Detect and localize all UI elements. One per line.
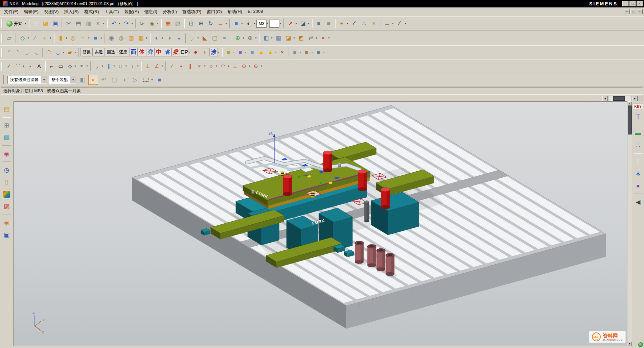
measure-angle-button[interactable]: ∠ bbox=[395, 19, 405, 28]
measure-distance-button-dropdown[interactable] bbox=[391, 19, 395, 28]
layer-settings-button[interactable]: ≡ bbox=[324, 19, 334, 28]
split-body-button[interactable]: ◩ bbox=[296, 33, 306, 43]
arc-button-dropdown[interactable] bbox=[22, 61, 25, 71]
body-display-button[interactable]: 体 bbox=[138, 48, 146, 56]
polygon-button-dropdown[interactable] bbox=[73, 61, 77, 71]
through-curves-button[interactable]: ◝ bbox=[14, 48, 23, 57]
snap-mid-button[interactable]: ∴ bbox=[359, 19, 369, 28]
bounded-plane-button-dropdown[interactable] bbox=[73, 47, 77, 57]
thread-button[interactable]: ≈ bbox=[220, 33, 229, 43]
undo-button-dropdown[interactable] bbox=[118, 19, 121, 28]
materials-icon[interactable]: ▨ bbox=[2, 201, 12, 212]
measure-distance-button[interactable]: ↔ bbox=[382, 19, 392, 28]
shaded-view-button[interactable]: ■ bbox=[231, 19, 241, 28]
h-scroll-track[interactable] bbox=[608, 96, 632, 101]
red-sphere-button[interactable]: ● bbox=[191, 48, 200, 57]
chevron-down-icon[interactable] bbox=[70, 76, 76, 83]
zoom-button[interactable]: ⊕ bbox=[196, 19, 206, 28]
sweep-button-dropdown[interactable] bbox=[87, 33, 91, 43]
part-navigator-icon[interactable]: ▤ bbox=[2, 132, 12, 143]
sketch-circle2-button[interactable]: ⊙ bbox=[239, 61, 249, 71]
pattern-curve-button-dropdown[interactable] bbox=[124, 61, 128, 71]
bounded-plane-button[interactable]: ▰ bbox=[65, 48, 74, 57]
document-minimize-button[interactable]: ─ bbox=[624, 9, 630, 14]
snap-point-button-dropdown[interactable] bbox=[346, 19, 349, 28]
nx-app-icon[interactable] bbox=[3, 1, 8, 6]
menu-item-7[interactable]: 装配(A) bbox=[121, 8, 141, 16]
warning-1-button[interactable]: ▲ bbox=[257, 48, 266, 57]
v-scroll-up-button[interactable] bbox=[628, 101, 632, 106]
deselect-all-button[interactable]: ↶ bbox=[99, 75, 109, 85]
filter-cube-button[interactable]: ◧ bbox=[78, 75, 88, 85]
selection-info-button[interactable]: ▻ bbox=[137, 19, 147, 28]
delete-button-dropdown[interactable] bbox=[102, 19, 106, 28]
datum-plane-button-dropdown[interactable] bbox=[26, 33, 30, 43]
pan-button-dropdown[interactable] bbox=[224, 19, 228, 28]
point-set-button[interactable]: ⊕ bbox=[245, 33, 255, 43]
sweep-button[interactable]: ~ bbox=[78, 33, 88, 43]
boss-button[interactable]: ◍ bbox=[116, 33, 126, 43]
replace-button[interactable]: 替换 bbox=[80, 48, 93, 56]
unite-button[interactable]: ◐ bbox=[152, 33, 162, 43]
offset-scale-button[interactable]: ⇄ bbox=[306, 33, 316, 43]
sketch-circle3-button[interactable]: ⊙ bbox=[251, 61, 260, 71]
ruled-surface-button[interactable]: ◜ bbox=[4, 48, 14, 57]
profile-button[interactable]: ⌐ bbox=[47, 61, 56, 71]
mirror-feature-button-dropdown[interactable] bbox=[270, 33, 274, 43]
mirror-feature-button[interactable]: ◧ bbox=[261, 33, 271, 43]
project-curve-button[interactable]: ↓ bbox=[128, 61, 137, 71]
sketch-perp-button[interactable]: ⊥ bbox=[230, 61, 239, 71]
offset-curve-button-dropdown[interactable] bbox=[112, 61, 116, 71]
point-button-dropdown[interactable] bbox=[242, 33, 245, 43]
pattern-curve-button[interactable]: ∷ bbox=[116, 61, 125, 71]
render-style-button[interactable]: ◐ bbox=[244, 19, 254, 28]
cup-tool-icon[interactable]: ▯ bbox=[633, 156, 643, 167]
assembly-cube-1-button-dropdown[interactable] bbox=[298, 47, 302, 57]
pocket-button[interactable]: ▥ bbox=[126, 33, 136, 43]
project-curve-button-dropdown[interactable] bbox=[136, 61, 140, 71]
offset-surface-button[interactable]: ◡ bbox=[53, 48, 63, 57]
auto-constrain-button[interactable]: ∠ bbox=[152, 61, 161, 71]
unite-button-dropdown[interactable] bbox=[161, 33, 164, 43]
menu-item-6[interactable]: 工具(T) bbox=[102, 8, 122, 16]
orient-view-button[interactable]: ↗ bbox=[285, 19, 295, 28]
half-round-button[interactable]: ◗ bbox=[200, 48, 209, 57]
toolbar-drag-handle[interactable] bbox=[3, 75, 4, 84]
pattern-feature-button[interactable]: ▦ bbox=[274, 33, 283, 43]
offset-curve-button[interactable]: ∥ bbox=[104, 61, 113, 71]
dot-sphere-icon[interactable]: ∴ bbox=[633, 140, 643, 150]
orient-view-button-dropdown[interactable] bbox=[294, 19, 298, 28]
spring-tool-button[interactable]: 弹 bbox=[146, 48, 155, 56]
command-finder-button[interactable]: ◈ bbox=[147, 19, 157, 28]
toolbar-drag-handle[interactable] bbox=[1, 19, 3, 28]
studio-spline-button-dropdown[interactable] bbox=[85, 61, 89, 71]
web-browser-icon[interactable]: ▣ bbox=[2, 230, 12, 240]
sketch-circle-button-dropdown[interactable] bbox=[215, 61, 218, 71]
rectangle-button[interactable]: ▭ bbox=[56, 61, 65, 71]
cut-button[interactable]: ✂ bbox=[64, 19, 73, 28]
fillet-curve-button[interactable]: ◞ bbox=[92, 61, 101, 71]
assembly-cube-3-button-dropdown[interactable] bbox=[322, 47, 326, 57]
save-button[interactable]: ▣ bbox=[50, 19, 60, 28]
v-scroll-thumb[interactable] bbox=[628, 106, 632, 134]
rect-select-button-dropdown[interactable] bbox=[150, 75, 154, 85]
shell-button[interactable]: ▢ bbox=[210, 33, 220, 43]
sketch-button[interactable]: ▱ bbox=[4, 33, 14, 43]
star-tool-icon[interactable]: ∗ bbox=[633, 169, 643, 179]
background-select-dropdown[interactable] bbox=[278, 19, 282, 28]
snap-select-button[interactable]: ⌖ bbox=[88, 75, 98, 85]
promote-body-button[interactable]: ■ bbox=[248, 48, 257, 57]
snap-end-button[interactable]: ∠ bbox=[349, 19, 359, 28]
menu-item-1[interactable]: 文件(F) bbox=[1, 8, 21, 16]
datum-plane-button[interactable]: ◇ bbox=[18, 33, 27, 43]
new-button[interactable]: ▯ bbox=[31, 19, 41, 28]
sketch-circle2-button-dropdown[interactable] bbox=[248, 61, 251, 71]
key-panel-button[interactable]: KEY bbox=[633, 103, 643, 110]
sketch-point-button[interactable]: • bbox=[177, 61, 186, 71]
green-tool-icon[interactable]: ▬ bbox=[633, 128, 643, 138]
text-curve-button[interactable]: A bbox=[34, 61, 44, 71]
document-maximize-button[interactable]: □ bbox=[630, 9, 636, 14]
warning-2-button-dropdown[interactable] bbox=[274, 47, 278, 57]
name-tool-button[interactable]: 名 bbox=[163, 48, 171, 56]
delete-face-button[interactable]: × bbox=[318, 33, 328, 43]
